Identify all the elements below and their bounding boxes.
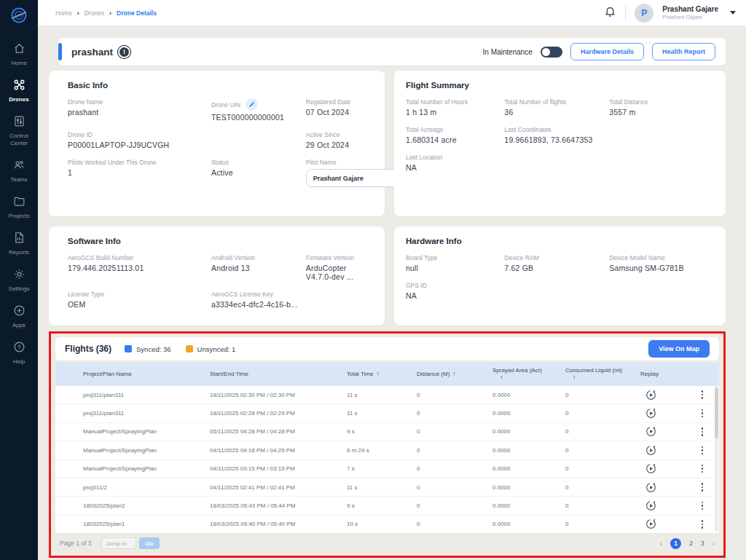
card-title: Hardware Info — [406, 237, 714, 245]
drone-title-bar: prashant ! In Maintenance Hardware Detai… — [58, 38, 726, 66]
col-start-end[interactable]: Start/End Time — [210, 371, 347, 378]
topbar: Home › Drones › Drone Details P Prashant… — [38, 0, 746, 26]
hardware-details-button[interactable]: Hardware Details — [570, 43, 644, 60]
table-row[interactable]: ManualProject/SprayingPlan 04/11/2025 04… — [55, 441, 719, 459]
page-3-button[interactable]: 3 — [701, 540, 704, 547]
breadcrumb-home[interactable]: Home — [55, 9, 72, 17]
sidebar-item-control-center[interactable]: Control Center — [0, 114, 38, 147]
sort-asc-icon: ↑ — [573, 374, 576, 382]
row-menu-icon[interactable] — [697, 463, 707, 475]
col-sprayed-area[interactable]: Sprayed Area (Acr)↑ — [492, 367, 565, 382]
flight-total-time: 6 m 29 s — [347, 447, 417, 454]
sidebar-item-help[interactable]: ? Help — [0, 340, 38, 366]
table-row[interactable]: ManualProject/SprayingPlan 04/11/2025 03… — [55, 460, 719, 478]
jump-to-input[interactable] — [101, 537, 136, 549]
sort-asc-icon: ↑ — [500, 374, 503, 382]
drone-id-value: P00001LAPTOP-JJ9UCVGH — [68, 141, 211, 149]
page-2-button[interactable]: 2 — [689, 540, 693, 547]
breadcrumb-drone-details[interactable]: Drone Details — [117, 9, 157, 17]
prev-page-icon[interactable]: ‹ — [660, 540, 662, 548]
replay-button[interactable] — [645, 463, 656, 475]
hardware-info-card: Hardware Info Board Typenull Device RAM7… — [394, 226, 726, 326]
replay-button[interactable] — [645, 481, 656, 493]
row-menu-icon[interactable] — [697, 500, 707, 511]
go-button[interactable]: Go — [139, 537, 159, 549]
drone-icon — [12, 78, 26, 95]
flight-sprayed-area: 0.0000 — [492, 521, 565, 527]
table-row[interactable]: 18032025/plan2 18/03/2025 05:43 PM / 05:… — [55, 496, 719, 514]
table-scrollbar[interactable] — [715, 386, 718, 532]
table-row[interactable]: ManualProject/SprayingPlan 05/11/2025 04… — [55, 422, 719, 441]
table-row[interactable]: proj311/2 04/11/2025 02:41 PM / 02:41 PM… — [55, 478, 719, 496]
flight-sprayed-area: 0.0000 — [492, 447, 565, 454]
page-indicator: Page 1 of 3 — [60, 540, 91, 547]
health-report-button[interactable]: Health Report — [652, 43, 715, 60]
sidebar-item-reports[interactable]: Reports — [0, 231, 38, 256]
sidebar-item-apps[interactable]: Apps — [0, 304, 38, 329]
app-logo-icon[interactable] — [9, 5, 29, 28]
row-menu-icon[interactable] — [697, 444, 707, 456]
row-menu-icon[interactable] — [697, 426, 707, 438]
breadcrumb-drones[interactable]: Drones — [85, 9, 104, 17]
device-ram-value: 7.62 GB — [504, 264, 609, 272]
flight-start-end-time: 05/11/2025 04:28 PM / 04:28 PM — [210, 428, 347, 435]
col-distance[interactable]: Distance (M)↑ — [417, 371, 492, 378]
synced-legend: Synced: 36 — [125, 345, 171, 353]
row-menu-icon[interactable] — [697, 518, 707, 530]
replay-button[interactable] — [645, 444, 656, 456]
row-menu-icon[interactable] — [697, 481, 707, 493]
android-version-value: Android 13 — [211, 264, 306, 272]
registered-date-value: 07 Oct 2024 — [306, 108, 373, 117]
view-on-map-button[interactable]: View On Map — [648, 340, 710, 358]
maintenance-toggle[interactable] — [541, 47, 562, 58]
edit-uin-icon[interactable] — [246, 98, 258, 111]
flight-plan-name: ManualProject/SprayingPlan — [83, 428, 210, 435]
row-menu-icon[interactable] — [697, 408, 707, 419]
col-consumed-liquid[interactable]: Consumed Liquid (ml)↑ — [565, 367, 640, 382]
table-row[interactable]: proj311/plan311 18/11/2025 02:30 PM / 02… — [55, 386, 719, 403]
row-menu-icon[interactable] — [697, 389, 707, 401]
flight-start-end-time: 18/11/2025 02:28 PM / 02:29 PM — [210, 410, 347, 417]
chevron-right-icon: › — [109, 9, 111, 17]
flight-start-end-time: 18/11/2025 02:30 PM / 02:30 PM — [210, 392, 347, 398]
svg-text:?: ? — [17, 344, 20, 350]
firmware-version-value: ArduCopter V4.7.0-dev ... — [306, 264, 373, 281]
sidebar-item-settings[interactable]: Settings — [0, 267, 38, 293]
replay-button[interactable] — [645, 408, 656, 419]
chevron-down-icon[interactable] — [730, 11, 736, 15]
flight-distance: 0 — [417, 521, 492, 527]
page-1-button[interactable]: 1 — [670, 538, 681, 549]
flight-plan-name: proj311/plan311 — [83, 410, 210, 417]
flight-sprayed-area: 0.0000 — [492, 484, 565, 491]
sidebar-item-teams[interactable]: Teams — [0, 158, 38, 184]
software-info-card: Software Info AeroGCS Build Number179.44… — [49, 226, 385, 326]
flight-total-time: 11 s — [347, 484, 417, 491]
replay-button[interactable] — [645, 426, 656, 438]
notification-bell-icon[interactable] — [604, 5, 616, 20]
replay-button[interactable] — [645, 518, 656, 530]
col-project-plan[interactable]: Project/Plan Name — [83, 371, 210, 378]
next-page-icon[interactable]: › — [712, 540, 715, 548]
col-total-time[interactable]: Total Time↑ — [347, 371, 417, 378]
flights-table: Project/Plan Name Start/End Time Total T… — [55, 363, 719, 533]
user-menu[interactable]: Prashant Gajare Prashant Gajare — [662, 5, 718, 20]
sidebar-item-home[interactable]: Home — [0, 42, 38, 67]
replay-button[interactable] — [645, 389, 656, 401]
board-type-value: null — [406, 264, 504, 272]
scrollbar-thumb[interactable] — [715, 387, 718, 438]
in-maintenance-label: In Maintenance — [483, 48, 533, 56]
sidebar-item-projects[interactable]: Projects — [0, 194, 38, 220]
card-title: Flight Summary — [406, 81, 714, 90]
flight-start-end-time: 04/11/2025 03:15 PM / 03:15 PM — [210, 465, 347, 472]
replay-button[interactable] — [645, 500, 656, 511]
sort-asc-icon: ↑ — [452, 371, 455, 377]
sidebar-item-drones[interactable]: Drones — [0, 78, 38, 103]
info-icon[interactable]: ! — [119, 47, 129, 57]
avatar[interactable]: P — [635, 4, 653, 23]
table-row[interactable]: proj311/plan311 18/11/2025 02:28 PM / 02… — [55, 403, 719, 422]
col-replay: Replay — [640, 371, 681, 378]
table-row[interactable]: 18032025/plan1 18/03/2025 05:40 PM / 05:… — [55, 515, 719, 533]
sidebar: Home Drones Control Center Teams Project — [0, 0, 38, 560]
flight-total-time: 11 s — [347, 392, 417, 398]
flight-total-time: 11 s — [347, 410, 417, 417]
